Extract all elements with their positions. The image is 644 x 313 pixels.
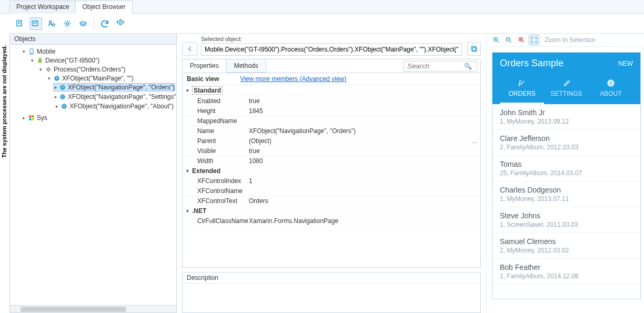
tree-node-process[interactable]: ▾ Process("Orders.Orders") <box>36 65 175 74</box>
svg-text:X: X <box>63 104 66 108</box>
selected-object-input[interactable] <box>201 43 462 56</box>
order-name: Charles Dodgeson <box>500 186 633 194</box>
process-icon <box>45 66 52 73</box>
tree-label: Mobile <box>37 48 55 55</box>
toolbar-separator <box>94 18 94 29</box>
order-subtitle: 1, MyMoney, 2013.07.11 <box>500 195 633 203</box>
expander-icon[interactable]: ▾ <box>38 67 43 72</box>
property-search[interactable]: 🔍 <box>404 61 477 72</box>
list-item[interactable]: John Smith Jr1, MyMoney, 2013.09.12 <box>492 104 640 130</box>
properties-panel: Selected object: Properties Methods 🔍 Ba… <box>177 34 486 313</box>
prop-name: Width <box>183 156 246 166</box>
tree-node-nav-orders[interactable]: ▸ X XFObject("NavigationPage", "Orders") <box>53 83 175 92</box>
list-item[interactable]: Tomas25, FamilyAlbum, 2014.03.07 <box>492 156 640 181</box>
toolbar-btn-1[interactable] <box>14 17 26 30</box>
preview-reset[interactable] <box>516 35 527 45</box>
list-item[interactable]: Charles Dodgeson1, MyMoney, 2013.07.11 <box>492 181 640 207</box>
expander-icon[interactable]: ▾ <box>21 49 26 54</box>
svg-text:X: X <box>56 76 58 80</box>
expander-icon[interactable]: ▸ <box>55 104 59 109</box>
prop-value[interactable]: true <box>246 146 480 156</box>
list-item[interactable]: Clare Jefferson2, FamilyAlbum, 2012.03.0… <box>492 130 640 156</box>
tab-object-browser[interactable]: Object Browser <box>75 1 132 14</box>
tree-label: Process("Orders.Orders") <box>54 66 126 73</box>
tree-node-sys[interactable]: ▸ Sys <box>19 114 175 122</box>
tree-node-nav-about[interactable]: ▸ X XFObject("NavigationPage", "About") <box>53 102 175 110</box>
toolbar-btn-2[interactable] <box>29 17 42 30</box>
mobile-icon <box>28 48 35 55</box>
tree-node-mainpage[interactable]: ▾ X XFObject("MainPage", "") <box>45 74 175 83</box>
prop-name: MappedName <box>183 116 246 126</box>
app-title: Orders Sample <box>500 58 564 69</box>
prop-value[interactable]: XFObject("NavigationPage", "Orders") <box>246 126 480 136</box>
expander-icon[interactable]: ▸ <box>55 85 57 90</box>
tab-project-workspace[interactable]: Project Workspace <box>9 1 76 14</box>
group-standard[interactable]: ▾Standard <box>183 85 480 96</box>
new-button[interactable]: NEW <box>618 60 633 67</box>
expander-icon[interactable]: ▾ <box>29 58 35 63</box>
back-button[interactable] <box>182 42 198 56</box>
windows-icon <box>28 114 35 122</box>
copy-button[interactable] <box>467 42 481 56</box>
objects-panel: Objects ▾ Mobile ▾ Device("GT-I9 <box>9 34 177 313</box>
tree-node-nav-settings[interactable]: ▸ X XFObject("NavigationPage", "Settings… <box>53 93 175 101</box>
group-dotnet[interactable]: ▾.NET <box>183 206 480 216</box>
svg-text:X: X <box>62 95 64 98</box>
prop-value[interactable]: 1 <box>246 176 480 186</box>
device-tab-orders[interactable]: ORDERS <box>500 75 544 104</box>
order-name: John Smith Jr <box>500 108 633 117</box>
list-item[interactable]: Steve Johns1, ScreenSaver, 2011.03.03 <box>492 207 640 233</box>
list-item[interactable]: Bob Feather1, FamilyAlbum, 2014.12.06 <box>492 259 640 285</box>
orders-list[interactable]: John Smith Jr1, MyMoney, 2013.09.12Clare… <box>492 104 640 299</box>
tree-node-device[interactable]: ▾ Device("GT-I9500") <box>28 56 175 65</box>
toolbar-btn-4[interactable] <box>61 17 74 30</box>
basic-view-label: Basic view <box>187 75 219 83</box>
horizontal-scrollbar[interactable] <box>10 305 176 312</box>
preview-fit[interactable] <box>529 35 539 45</box>
svg-rect-24 <box>471 46 475 50</box>
search-icon: 🔍 <box>464 63 472 70</box>
prop-value[interactable] <box>246 186 480 196</box>
prop-value[interactable]: Orders <box>246 196 480 206</box>
tree-label: XFObject("MainPage", "") <box>62 75 134 82</box>
svg-rect-23 <box>472 47 476 51</box>
group-extended[interactable]: ▾Extended <box>183 166 480 176</box>
prop-value[interactable]: true <box>246 96 480 106</box>
preview-zoom-out[interactable] <box>504 35 514 45</box>
tree-label: XFObject("NavigationPage", "Orders") <box>68 84 175 91</box>
toolbar-btn-5[interactable] <box>77 17 89 30</box>
ellipsis-button[interactable]: … <box>471 137 477 145</box>
preview-zoom-in[interactable] <box>491 35 501 45</box>
object-tree[interactable]: ▾ Mobile ▾ Device("GT-I9500") <box>10 45 176 305</box>
tab-methods[interactable]: Methods <box>227 59 266 73</box>
svg-point-8 <box>39 58 39 58</box>
device-tab-about[interactable]: i ABOUT <box>589 75 633 104</box>
svg-point-10 <box>47 68 50 71</box>
selected-object-label: Selected object: <box>201 36 462 42</box>
prop-value[interactable]: 1080 <box>246 156 480 166</box>
order-name: Tomas <box>500 160 633 168</box>
expander-icon[interactable]: ▾ <box>46 76 52 81</box>
prop-name: Parent <box>183 136 246 146</box>
advanced-view-link[interactable]: View more members (Advanced view) <box>240 75 346 83</box>
order-subtitle: 2, FamilyAlbum, 2012.03.03 <box>500 144 633 151</box>
toolbar-btn-3[interactable] <box>45 17 58 30</box>
refresh-button[interactable] <box>98 17 111 30</box>
expander-icon[interactable]: ▸ <box>21 115 26 120</box>
tree-label: Sys <box>37 114 47 122</box>
tree-node-mobile[interactable]: ▾ Mobile <box>19 47 175 56</box>
toolbar-btn-settings[interactable] <box>114 17 127 30</box>
svg-point-4 <box>66 22 69 25</box>
prop-value[interactable]: 1845 <box>246 106 480 116</box>
prop-name: Name <box>183 126 246 136</box>
prop-value[interactable]: (Object)… <box>246 136 480 146</box>
expander-icon[interactable]: ▸ <box>55 94 57 99</box>
device-tab-settings[interactable]: SETTINGS <box>544 75 588 104</box>
prop-value[interactable] <box>246 116 480 126</box>
objects-header: Objects <box>10 34 176 45</box>
tab-properties[interactable]: Properties <box>183 59 227 73</box>
svg-text:i: i <box>610 80 612 86</box>
list-item[interactable]: Samuel Clemens2, MyMoney, 2012.03.02 <box>492 233 640 259</box>
prop-value[interactable]: Xamarin.Forms.NavigationPage <box>246 216 480 226</box>
order-name: Steve Johns <box>500 211 633 220</box>
